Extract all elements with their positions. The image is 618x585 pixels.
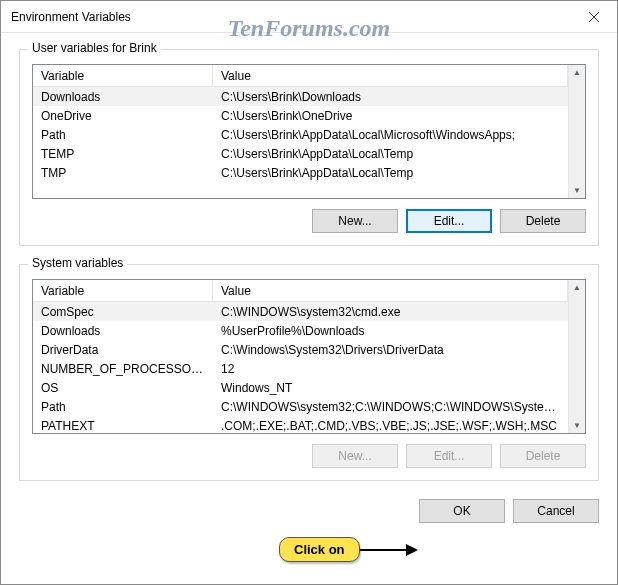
user-table-header: Variable Value <box>33 65 568 87</box>
user-new-button[interactable]: New... <box>312 209 398 233</box>
scroll-up-icon: ▲ <box>573 280 581 295</box>
user-edit-button[interactable]: Edit... <box>406 209 492 233</box>
user-group-label: User variables for Brink <box>28 41 161 55</box>
user-variables-table[interactable]: Variable Value Downloads C:\Users\Brink\… <box>32 64 586 199</box>
close-icon <box>589 12 599 22</box>
table-row[interactable]: Path C:\WINDOWS\system32;C:\WINDOWS;C:\W… <box>33 397 568 416</box>
callout-annotation: Click on <box>279 537 418 562</box>
scroll-up-icon: ▲ <box>573 65 581 80</box>
table-row[interactable]: Downloads C:\Users\Brink\Downloads <box>33 87 568 106</box>
scroll-down-icon: ▼ <box>573 418 581 433</box>
system-table-scrollbar[interactable]: ▲ ▼ <box>568 280 585 433</box>
cancel-button[interactable]: Cancel <box>513 499 599 523</box>
system-delete-button[interactable]: Delete <box>500 444 586 468</box>
titlebar: Environment Variables <box>1 1 617 33</box>
table-row[interactable]: TEMP C:\Users\Brink\AppData\Local\Temp <box>33 144 568 163</box>
col-header-variable[interactable]: Variable <box>33 280 213 302</box>
table-row[interactable]: Path C:\Users\Brink\AppData\Local\Micros… <box>33 125 568 144</box>
callout-arrow-icon <box>358 539 418 561</box>
system-variables-group: System variables Variable Value ComSpec … <box>19 264 599 481</box>
table-row[interactable]: NUMBER_OF_PROCESSORS 12 <box>33 359 568 378</box>
system-table-header: Variable Value <box>33 280 568 302</box>
table-row[interactable]: DriverData C:\Windows\System32\Drivers\D… <box>33 340 568 359</box>
col-header-value[interactable]: Value <box>213 280 568 302</box>
ok-button[interactable]: OK <box>419 499 505 523</box>
system-variables-table[interactable]: Variable Value ComSpec C:\WINDOWS\system… <box>32 279 586 434</box>
table-row[interactable]: TMP C:\Users\Brink\AppData\Local\Temp <box>33 163 568 182</box>
table-row[interactable]: PATHEXT .COM;.EXE;.BAT;.CMD;.VBS;.VBE;.J… <box>33 416 568 433</box>
user-variables-group: User variables for Brink Variable Value … <box>19 49 599 246</box>
system-new-button[interactable]: New... <box>312 444 398 468</box>
system-edit-button[interactable]: Edit... <box>406 444 492 468</box>
system-group-label: System variables <box>28 256 127 270</box>
close-button[interactable] <box>571 1 617 33</box>
window-title: Environment Variables <box>1 10 131 24</box>
callout-label: Click on <box>279 537 360 562</box>
col-header-value[interactable]: Value <box>213 65 568 87</box>
table-row[interactable]: OneDrive C:\Users\Brink\OneDrive <box>33 106 568 125</box>
user-table-scrollbar[interactable]: ▲ ▼ <box>568 65 585 198</box>
table-row[interactable]: OS Windows_NT <box>33 378 568 397</box>
table-row[interactable]: ComSpec C:\WINDOWS\system32\cmd.exe <box>33 302 568 321</box>
col-header-variable[interactable]: Variable <box>33 65 213 87</box>
user-delete-button[interactable]: Delete <box>500 209 586 233</box>
scroll-down-icon: ▼ <box>573 183 581 198</box>
table-row[interactable]: Downloads %UserProfile%\Downloads <box>33 321 568 340</box>
svg-marker-3 <box>406 544 418 556</box>
